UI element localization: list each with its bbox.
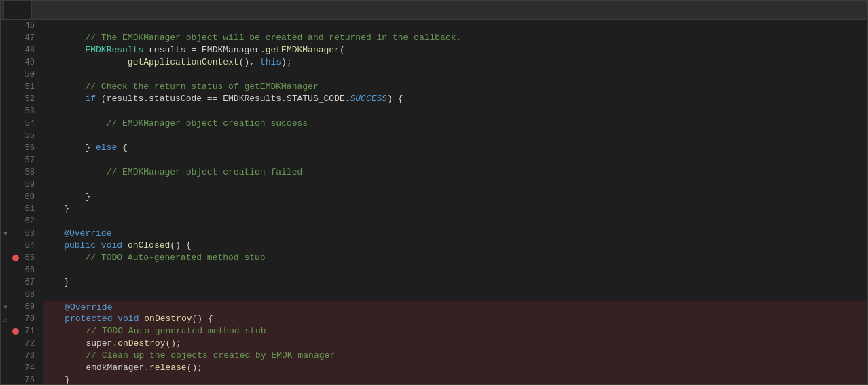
breakpoint-area[interactable] [10,264,21,276]
breakpoint-area[interactable] [10,227,21,240]
code-line: } else { [43,142,867,154]
fold-icon [1,350,10,362]
breakpoint-area[interactable] [10,362,21,374]
fold-icon [1,179,10,191]
breakpoint-area[interactable] [10,289,21,301]
breakpoint-area[interactable] [10,374,21,384]
fold-icon[interactable]: ▼ [1,301,10,313]
code-line: super.onDestroy(); [43,337,867,350]
line-number: 63 [21,227,40,240]
breakpoint-area[interactable] [10,166,21,179]
fold-icon [1,203,10,215]
fold-icon [1,56,10,69]
breakpoint-area[interactable] [10,313,21,325]
breakpoint-area[interactable] [10,240,21,252]
gutter-row: 67 [1,276,40,289]
fold-icon [1,20,10,32]
breakpoint-area[interactable] [10,154,21,166]
fold-icon [1,325,10,337]
breakpoint-area[interactable] [10,301,21,313]
breakpoint-area[interactable] [10,20,21,32]
breakpoint-area[interactable] [10,142,21,154]
breakpoint-dot [12,255,19,261]
gutter-row: △70 [1,313,40,325]
line-number: 64 [21,240,40,252]
fold-icon[interactable]: △ [1,313,10,325]
fold-icon [1,69,10,81]
code-line: // The EMDKManager object will be create… [43,32,867,44]
line-number: 75 [21,374,40,384]
line-number: 59 [21,179,40,191]
file-tab[interactable] [3,1,32,19]
line-number: 54 [21,117,40,130]
code-line: } [43,276,867,289]
line-number: 46 [21,20,40,32]
breakpoint-area[interactable] [10,252,21,264]
line-number: 49 [21,56,40,69]
fold-icon [1,240,10,252]
breakpoint-area[interactable] [10,69,21,81]
fold-icon [1,81,10,93]
code-line: // EMDKManager object creation success [43,117,867,130]
line-number: 57 [21,154,40,166]
code-line: } [43,374,867,384]
code-line: // Clean up the objects created by EMDK … [43,350,867,362]
code-line [43,20,867,32]
gutter-row: 55 [1,130,40,142]
breakpoint-area[interactable] [10,350,21,362]
gutter-row: 73 [1,350,40,362]
breakpoint-area[interactable] [10,215,21,227]
line-number: 65 [21,252,40,264]
breakpoint-area[interactable] [10,105,21,117]
gutter-row: 66 [1,264,40,276]
breakpoint-area[interactable] [10,93,21,105]
breakpoint-area[interactable] [10,203,21,215]
fold-icon [1,105,10,117]
breakpoint-area[interactable] [10,337,21,350]
fold-icon [1,289,10,301]
line-number: 70 [21,313,40,325]
breakpoint-area[interactable] [10,81,21,93]
line-number: 66 [21,264,40,276]
breakpoint-area[interactable] [10,56,21,69]
code-line [43,105,867,117]
line-number: 50 [21,69,40,81]
line-number: 53 [21,105,40,117]
gutter-row: 60 [1,191,40,203]
gutter-row: 54 [1,117,40,130]
fold-icon [1,142,10,154]
breakpoint-area[interactable] [10,117,21,130]
breakpoint-area[interactable] [10,44,21,56]
code-line: public void onClosed() { [43,240,867,252]
gutter-row: ▼63 [1,227,40,240]
breakpoint-area[interactable] [10,325,21,337]
line-number: 55 [21,130,40,142]
breakpoint-area[interactable] [10,130,21,142]
gutter-row: 72 [1,337,40,350]
code-line: // EMDKManager object creation failed [43,166,867,179]
gutter-row: 49 [1,56,40,69]
line-number: 62 [21,215,40,227]
fold-icon [1,276,10,289]
tab-bar [1,1,867,20]
breakpoint-area[interactable] [10,276,21,289]
code-line [43,289,867,301]
line-number: 60 [21,191,40,203]
line-number: 56 [21,142,40,154]
breakpoint-area[interactable] [10,32,21,44]
fold-icon[interactable]: ▼ [1,227,10,240]
gutter-row: 74 [1,362,40,374]
gutter-row: 68 [1,289,40,301]
breakpoint-area[interactable] [10,179,21,191]
fold-icon [1,93,10,105]
fold-icon [1,215,10,227]
line-number: 71 [21,325,40,337]
code-line: // Check the return status of getEMDKMan… [43,81,867,93]
gutter-row: 51 [1,81,40,93]
gutter-row: ▼69 [1,301,40,313]
line-gutter: 4647484950515253545556575859606162▼63646… [1,20,40,384]
code-line [43,130,867,142]
tab-close-button[interactable] [15,5,24,15]
breakpoint-area[interactable] [10,191,21,203]
fold-icon [1,154,10,166]
